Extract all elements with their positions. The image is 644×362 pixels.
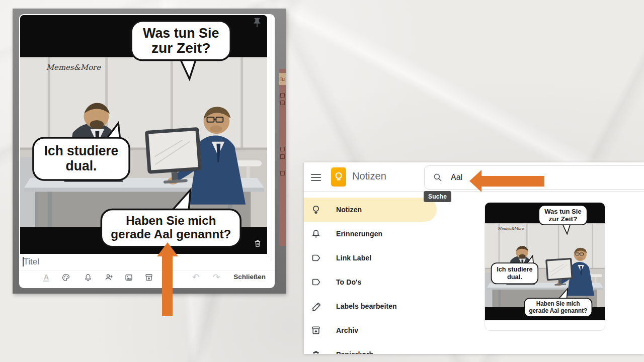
hamburger-icon [311,174,321,175]
bell-icon [84,273,93,282]
meme-image-thumbnail: Memes&More Was tun Sie zur Zeit? Ich stu… [485,203,605,320]
lightbulb-icon [311,205,321,215]
sidebar-item-labels-bearbeiten[interactable]: Labels bearbeiten [304,294,437,318]
label-icon [311,253,321,263]
note-title-row [19,254,275,269]
sidebar-item-label: Erinnerungen [336,230,382,238]
meme-bubble-top-line1: Was tun Sie [143,25,219,41]
note-card[interactable]: Memes&More Was tun Sie zur Zeit? Ich stu… [485,202,605,331]
meme-bubble-bottom-line1: Haben Sie mich [126,214,216,227]
bell-icon [311,229,321,239]
format-text-icon: A [43,274,49,282]
background-checkbox [280,154,285,159]
sidebar-item-label: To Do's [336,278,361,286]
sidebar-item-notizen[interactable]: Notizen [304,198,437,222]
sidebar-item-label: Notizen [336,206,362,214]
add-collaborator-button[interactable] [103,273,114,283]
meme-watermark: Memes&More [498,226,524,231]
redo-icon: ↷ [213,273,220,282]
archive-icon [311,325,321,335]
palette-icon [61,273,70,282]
search-tooltip: Suche [424,191,451,202]
sidebar-item-label: Labels bearbeiten [336,302,397,310]
sidebar-item-papierkorb[interactable]: Papierkorb [304,342,437,354]
lightbulb-logo-icon [333,170,344,184]
trash-icon [253,239,262,248]
dialog-scrollbar[interactable] [272,15,272,260]
sidebar-item-erinnerungen[interactable]: Erinnerungen [304,222,437,246]
background-note-sliver: lu [279,69,286,246]
note-toolbar: A [19,270,275,285]
meme-watermark: Memes&More [46,63,102,71]
background-checkbox [280,171,285,175]
person-add-icon [104,273,114,282]
annotation-arrow-up [153,239,182,318]
note-title-input[interactable] [24,257,271,267]
pin-note-button[interactable] [252,17,263,28]
keep-logo-icon[interactable] [331,167,346,187]
search-icon [433,172,443,183]
background-note-fragment: lu [279,73,286,85]
note-modal-screenshot: lu [13,9,286,294]
archive-note-button[interactable] [143,273,154,283]
annotation-arrow-left [467,168,546,194]
pin-icon [252,17,263,28]
meme-bubble-left-line1: Ich studiere [44,143,118,158]
redo-button[interactable]: ↷ [211,273,222,283]
background-color-button[interactable] [60,273,71,283]
note-image-container: Memes&More Was tun Sie zur Zeit? Ich stu… [20,15,267,254]
meme-bubble-left-line2: dual. [66,158,97,174]
app-title: Notizen [352,170,386,182]
sidebar-item-label: Archiv [336,326,358,334]
sidebar-item-label: Link Label [336,254,371,262]
background-checkbox [280,147,285,151]
background-checkbox [280,101,285,105]
meme-bubble-top-line2: zur Zeit? [151,40,211,56]
meme-bubble-bottom-line1: Haben Sie mich [536,300,580,307]
remove-image-button[interactable] [253,239,262,248]
sidebar: Notizen Erinnerungen Link Label To Do's [304,198,440,354]
note-edit-dialog: Memes&More Was tun Sie zur Zeit? Ich stu… [19,14,275,288]
close-button[interactable]: Schließen [229,272,270,282]
meme-image: Memes&More Was tun Sie zur Zeit? Ich stu… [20,15,267,254]
undo-icon: ↶ [192,273,199,282]
image-icon [124,273,133,282]
trash-icon [311,349,321,354]
meme-bubble-top-line1: Was tun Sie [544,208,582,215]
format-text-button[interactable]: A [41,273,52,283]
paper-background: { "colors": { "arrow_orange": "#E2772B",… [0,0,644,362]
label-icon [311,277,321,287]
reminder-button[interactable] [83,273,94,283]
add-image-button[interactable] [123,273,134,283]
undo-button[interactable]: ↶ [190,273,201,283]
sidebar-item-link-label[interactable]: Link Label [304,246,437,270]
archive-icon [144,273,153,282]
meme-bubble-bottom-line2: gerade Aal genannt? [529,307,587,314]
sidebar-item-to-dos[interactable]: To Do's [304,270,437,294]
background-checkbox [280,93,285,98]
meme-bubble-top-line2: zur Zeit? [548,215,577,223]
pencil-icon [311,301,321,311]
sidebar-item-label: Papierkorb [336,350,373,354]
meme-bubble-left-line2: dual. [507,273,522,281]
meme-bubble-left-line1: Ich studiere [497,265,533,273]
sidebar-item-archiv[interactable]: Archiv [304,318,437,342]
main-menu-button[interactable] [310,171,325,185]
